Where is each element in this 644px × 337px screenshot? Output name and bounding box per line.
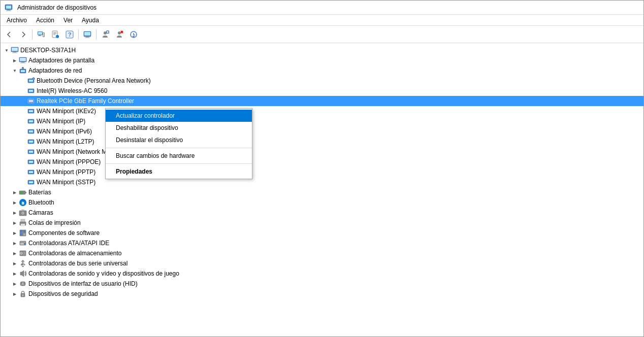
- tree-item-controladoras-almacenamiento[interactable]: Controladoras de almacenamiento: [1, 248, 643, 258]
- tree-item-wan-4[interactable]: WAN Miniport (L2TP): [1, 137, 643, 147]
- svg-rect-40: [22, 67, 23, 68]
- tree-item-componentes-software[interactable]: Componentes de software: [1, 228, 643, 238]
- back-button[interactable]: [3, 28, 16, 41]
- svg-rect-75: [21, 219, 25, 222]
- context-menu-propiedades[interactable]: Propiedades: [106, 165, 252, 178]
- device-manager-button[interactable]: [35, 28, 48, 41]
- network-adapter-icon-8: [27, 158, 35, 166]
- tree-item-wan-6[interactable]: WAN Miniport (PPPOE): [1, 157, 643, 167]
- hid-expander[interactable]: [11, 280, 19, 288]
- tree-item-baterias[interactable]: Baterías: [1, 187, 643, 197]
- scan-button[interactable]: [99, 28, 112, 41]
- svg-rect-6: [39, 35, 41, 36]
- network-adapter-icon-10: [27, 178, 35, 186]
- tree-item-bluetooth[interactable]: ʙ Bluetooth: [1, 197, 643, 208]
- tree-item-wan-3[interactable]: WAN Miniport (IPv6): [1, 126, 643, 137]
- tree-item-wan-1[interactable]: WAN Miniport (IKEv2): [1, 106, 643, 116]
- monitor-button[interactable]: [81, 28, 94, 41]
- svg-text:?: ?: [68, 31, 72, 38]
- wan6-label: WAN Miniport (PPPOE): [37, 158, 101, 165]
- title-bar: Administrador de dispositivos: [1, 1, 643, 15]
- tree-item-colas-impresion[interactable]: Colas de impresión: [1, 218, 643, 228]
- tree-item-controladoras-bus[interactable]: Controladoras de bus serie universal: [1, 258, 643, 268]
- svg-rect-36: [20, 63, 25, 63]
- tree-item-camaras[interactable]: Cámaras: [1, 208, 643, 218]
- bus-expander[interactable]: [11, 259, 19, 267]
- svg-point-90: [21, 253, 22, 254]
- tree-item-controladoras-ata[interactable]: Controladoras ATA/ATAPI IDE: [1, 238, 643, 248]
- security-icon: [19, 290, 27, 298]
- tree-root[interactable]: DESKTOP-S3I7A1H: [1, 45, 643, 55]
- menu-ver[interactable]: Ver: [59, 16, 77, 25]
- context-menu: Actualizar controlador Deshabilitar disp…: [105, 108, 252, 179]
- context-menu-buscar[interactable]: Buscar cambios de hardware: [106, 150, 252, 162]
- tree-item-intel-wireless[interactable]: Intel(R) Wireless-AC 9560: [1, 86, 643, 96]
- svg-rect-96: [22, 266, 24, 267]
- menu-ayuda[interactable]: Ayuda: [78, 16, 103, 25]
- realtek-label: Realtek PCIe GbE Family Controller: [37, 97, 134, 105]
- context-menu-sep-2: [106, 163, 252, 164]
- tree-item-dispositivos-seguridad[interactable]: Dispositivos de seguridad: [1, 289, 643, 299]
- controladoras-bus-label: Controladoras de bus serie universal: [28, 260, 127, 267]
- tree-item-realtek-pcie[interactable]: Realtek PCIe GbE Family Controller: [1, 96, 643, 106]
- svg-rect-1: [6, 6, 11, 9]
- menu-accion[interactable]: Acción: [32, 16, 58, 25]
- software-expander[interactable]: [11, 229, 19, 237]
- tree-item-wan-5[interactable]: WAN Miniport (Network Monitor): [1, 147, 643, 157]
- svg-rect-91: [23, 252, 25, 253]
- almacenamiento-expander[interactable]: [11, 249, 19, 257]
- remove-button[interactable]: [113, 28, 126, 41]
- camaras-expander[interactable]: [11, 209, 19, 217]
- tree-item-dispositivos-hid[interactable]: Dispositivos de interfaz de usuario (HID…: [1, 279, 643, 289]
- adaptadores-pantalla-expander[interactable]: [11, 56, 19, 64]
- adaptadores-red-label: Adaptadores de red: [28, 67, 82, 74]
- bluetooth-icon: ʙ: [19, 198, 27, 207]
- toolbar-sep-2: [78, 29, 79, 40]
- svg-rect-52: [29, 120, 33, 122]
- toolbar-sep-1: [32, 29, 33, 40]
- tree-item-adaptadores-pantalla[interactable]: Adaptadores de pantalla: [1, 55, 643, 65]
- context-menu-actualizar[interactable]: Actualizar controlador: [106, 110, 252, 122]
- help-button[interactable]: ?: [63, 28, 76, 41]
- ata-expander[interactable]: [11, 239, 19, 247]
- context-menu-desinstalar[interactable]: Desinstalar el dispositivo: [106, 134, 252, 146]
- menu-archivo[interactable]: Archivo: [3, 16, 31, 25]
- svg-rect-56: [29, 141, 33, 143]
- camaras-label: Cámaras: [28, 209, 53, 216]
- toolbar: i ?: [1, 26, 643, 43]
- svg-rect-60: [29, 161, 33, 163]
- tree-item-wan-2[interactable]: WAN Miniport (IP): [1, 116, 643, 126]
- svg-rect-48: [29, 100, 33, 102]
- svg-rect-82: [20, 233, 22, 235]
- colas-expander[interactable]: [11, 219, 19, 227]
- device-tree-content[interactable]: DESKTOP-S3I7A1H Adaptadores de pantalla: [1, 43, 643, 336]
- tree-item-bluetooth-device[interactable]: B Bluetooth Device (Personal Area Networ…: [1, 76, 643, 86]
- wan3-label: WAN Miniport (IPv6): [37, 128, 92, 135]
- update-button[interactable]: [127, 28, 140, 41]
- display-icon: [19, 56, 27, 64]
- svg-rect-46: [29, 90, 33, 92]
- svg-rect-20: [86, 37, 89, 38]
- tree-item-wan-sstp[interactable]: WAN Miniport (SSTP): [1, 177, 643, 187]
- network-icon: [19, 66, 27, 75]
- adaptadores-pantalla-label: Adaptadores de pantalla: [28, 57, 94, 64]
- baterias-expander[interactable]: [11, 188, 19, 196]
- tree-item-adaptadores-red[interactable]: Adaptadores de red: [1, 65, 643, 76]
- hid-icon: [19, 280, 27, 288]
- forward-button[interactable]: [17, 28, 30, 41]
- intel-wireless-label: Intel(R) Wireless-AC 9560: [37, 87, 107, 94]
- properties-button[interactable]: i: [49, 28, 62, 41]
- svg-rect-42: [29, 80, 33, 82]
- tree-item-wan-7[interactable]: WAN Miniport (PPTP): [1, 167, 643, 177]
- seguridad-expander[interactable]: [11, 290, 19, 298]
- svg-rect-31: [13, 52, 16, 53]
- svg-rect-54: [29, 130, 33, 132]
- tree-item-controladoras-sonido[interactable]: Controladoras de sonido y vídeo y dispos…: [1, 268, 643, 279]
- bluetooth-expander[interactable]: [11, 198, 19, 207]
- network-adapter-icon-6: [27, 138, 35, 146]
- root-expander[interactable]: [3, 46, 11, 54]
- sonido-expander[interactable]: [11, 269, 19, 278]
- context-menu-deshabilitar[interactable]: Deshabilitar dispositivo: [106, 122, 252, 134]
- adaptadores-red-expander[interactable]: [11, 66, 19, 75]
- svg-rect-2: [7, 10, 10, 11]
